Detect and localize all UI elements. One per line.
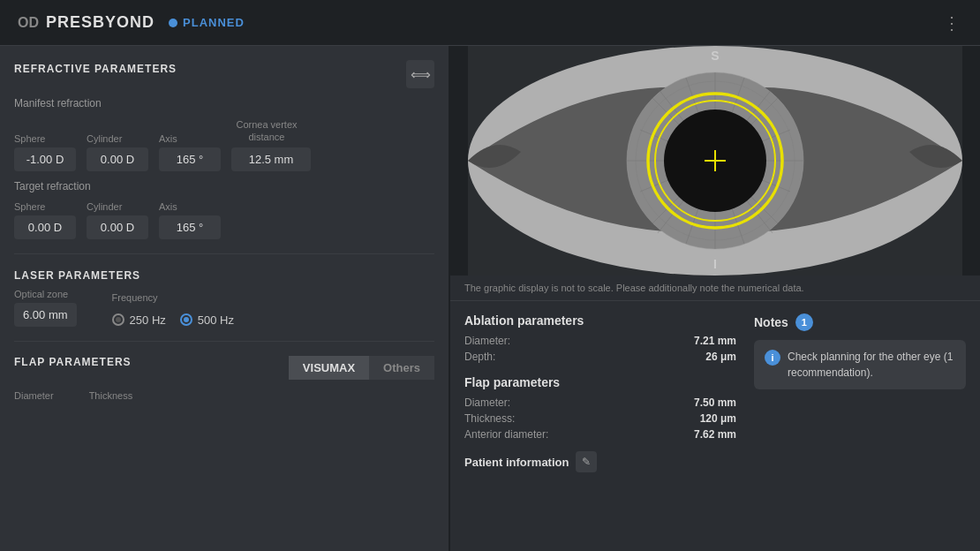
- note-card: i Check planning for the other eye (1 re…: [754, 340, 966, 389]
- manifest-fields-row: Sphere -1.00 D Cylinder 0.00 D Axis 165 …: [14, 118, 434, 171]
- sphere-label-manifest: Sphere: [14, 133, 76, 144]
- flap-parameters-info: Flap parameters Diameter: 7.50 mm Thickn…: [464, 375, 736, 441]
- divider-1: [14, 253, 434, 254]
- note-text: Check planning for the other eye (1 reco…: [788, 349, 955, 381]
- cylinder-label-manifest: Cylinder: [87, 133, 148, 144]
- frequency-label: Frequency: [112, 292, 234, 303]
- flap-title: FLAP PARAMETERS: [14, 356, 132, 368]
- cornea-vertex-field: Cornea vertex distance 12.5 mm: [231, 118, 311, 171]
- bottom-info: Ablation parameters Diameter: 7.21 mm De…: [450, 301, 980, 551]
- divider-2: [14, 341, 434, 342]
- cylinder-field-target: Cylinder 0.00 D: [87, 201, 148, 239]
- more-menu-button[interactable]: ⋮: [943, 12, 962, 34]
- radio-250hz-label: 250 Hz: [130, 313, 166, 327]
- axis-field-target: Axis 165 °: [159, 201, 221, 239]
- refractive-header: REFRACTIVE PARAMETERS ⟺: [14, 60, 434, 88]
- flap-diameter-val: 7.50 mm: [694, 396, 736, 409]
- notes-count-badge: 1: [795, 313, 813, 331]
- flap-anterior-key: Anterior diameter:: [464, 428, 548, 441]
- flap-thickness-row: Thickness: 120 μm: [464, 412, 736, 425]
- svg-text:I: I: [713, 257, 717, 271]
- axis-label-manifest: Axis: [159, 133, 221, 144]
- cylinder-value-manifest: 0.00 D: [87, 147, 148, 171]
- edit-icon: ✎: [582, 456, 591, 468]
- tab-visumax[interactable]: VISUMAX: [289, 356, 369, 380]
- flap-params-title: Flap parameters: [464, 375, 736, 389]
- eye-diagram: S I T N: [450, 46, 980, 276]
- ablation-diameter-row: Diameter: 7.21 mm: [464, 335, 736, 347]
- flap-diameter-key: Diameter:: [464, 396, 510, 409]
- axis-value-target: 165 °: [159, 215, 221, 239]
- notes-title: Notes: [754, 315, 788, 329]
- ablation-title: Ablation parameters: [464, 313, 736, 328]
- diagram-note: The graphic display is not to scale. Ple…: [450, 276, 980, 301]
- flap-thickness-key: Thickness:: [464, 412, 515, 425]
- frequency-500hz-option[interactable]: 500 Hz: [180, 313, 234, 327]
- manifest-refraction-label: Manifest refraction: [14, 97, 434, 109]
- svg-text:S: S: [711, 49, 719, 63]
- patient-info-edit-button[interactable]: ✎: [576, 451, 597, 472]
- laser-row: Optical zone 6.00 mm Frequency 250 Hz 50…: [14, 289, 434, 327]
- radio-500hz-label: 500 Hz: [198, 313, 234, 327]
- target-fields-row: Sphere 0.00 D Cylinder 0.00 D Axis 165 °: [14, 201, 434, 239]
- axis-value-manifest: 165 °: [159, 147, 221, 171]
- left-panel: REFRACTIVE PARAMETERS ⟺ Manifest refract…: [0, 46, 450, 551]
- radio-500hz-dot: [180, 313, 192, 326]
- right-panel: S I T N The graphic display is not to sc…: [450, 46, 980, 551]
- main-layout: REFRACTIVE PARAMETERS ⟺ Manifest refract…: [0, 46, 980, 551]
- app-header: OD PRESBYOND PLANNED ⋮: [0, 0, 980, 46]
- sphere-value-target: 0.00 D: [14, 215, 76, 239]
- flap-diameter-row: Diameter: 7.50 mm: [464, 396, 736, 409]
- flap-anterior-row: Anterior diameter: 7.62 mm: [464, 428, 736, 441]
- target-refraction-label: Target refraction: [14, 180, 434, 192]
- ablation-depth-key: Depth:: [464, 351, 495, 363]
- refractive-title: REFRACTIVE PARAMETERS: [14, 63, 177, 75]
- flap-tab-group: VISUMAX Others: [289, 356, 434, 380]
- optical-zone-field: Optical zone 6.00 mm: [14, 289, 77, 327]
- refractive-parameters-section: REFRACTIVE PARAMETERS ⟺ Manifest refract…: [14, 60, 434, 239]
- app-title: PRESBYOND: [46, 13, 155, 32]
- params-area: Ablation parameters Diameter: 7.21 mm De…: [464, 313, 736, 539]
- cylinder-field-manifest: Cylinder 0.00 D: [87, 133, 148, 171]
- ablation-depth-row: Depth: 26 μm: [464, 351, 736, 363]
- badge-dot: [169, 19, 177, 27]
- switch-icon: ⟺: [411, 66, 431, 83]
- note-info-icon: i: [765, 350, 780, 366]
- flap-thickness-val: 120 μm: [700, 412, 736, 425]
- refractive-icon-button[interactable]: ⟺: [406, 60, 434, 88]
- sphere-field-target: Sphere 0.00 D: [14, 201, 76, 239]
- ablation-diameter-val: 7.21 mm: [694, 335, 736, 347]
- flap-parameters-section: FLAP PARAMETERS VISUMAX Others Diameter …: [14, 356, 434, 401]
- laser-title: LASER PARAMETERS: [14, 269, 140, 282]
- frequency-field: Frequency 250 Hz 500 Hz: [112, 292, 234, 327]
- optical-zone-value: 6.00 mm: [14, 303, 77, 327]
- diameter-col-label: Diameter: [14, 390, 54, 401]
- tab-others[interactable]: Others: [369, 356, 434, 380]
- thickness-col-label: Thickness: [89, 390, 133, 401]
- laser-parameters-section: LASER PARAMETERS Optical zone 6.00 mm Fr…: [14, 268, 434, 327]
- flap-header: FLAP PARAMETERS VISUMAX Others: [14, 356, 434, 380]
- sphere-label-target: Sphere: [14, 201, 76, 212]
- ablation-parameters: Ablation parameters Diameter: 7.21 mm De…: [464, 313, 736, 363]
- axis-label-target: Axis: [159, 201, 221, 212]
- patient-information: Patient information ✎: [464, 451, 736, 472]
- cornea-vertex-value: 12.5 mm: [231, 147, 311, 171]
- notes-section: Notes 1 i Check planning for the other e…: [754, 313, 966, 539]
- frequency-radio-group: 250 Hz 500 Hz: [112, 313, 234, 327]
- badge-label: PLANNED: [183, 16, 245, 29]
- flap-anterior-val: 7.62 mm: [694, 428, 736, 441]
- eye-svg: S I T N: [450, 46, 980, 276]
- sphere-value-manifest: -1.00 D: [14, 147, 76, 171]
- eye-label: OD: [18, 15, 39, 31]
- ablation-diameter-key: Diameter:: [464, 335, 510, 347]
- optical-zone-label: Optical zone: [14, 289, 77, 299]
- sphere-field-manifest: Sphere -1.00 D: [14, 133, 76, 171]
- patient-info-label: Patient information: [464, 456, 569, 469]
- status-badge: PLANNED: [169, 16, 245, 29]
- ablation-depth-val: 26 μm: [705, 351, 736, 363]
- cylinder-value-target: 0.00 D: [87, 215, 148, 239]
- axis-field-manifest: Axis 165 °: [159, 133, 221, 171]
- radio-250hz-dot: [112, 313, 124, 326]
- notes-header: Notes 1: [754, 313, 966, 331]
- frequency-250hz-option[interactable]: 250 Hz: [112, 313, 166, 327]
